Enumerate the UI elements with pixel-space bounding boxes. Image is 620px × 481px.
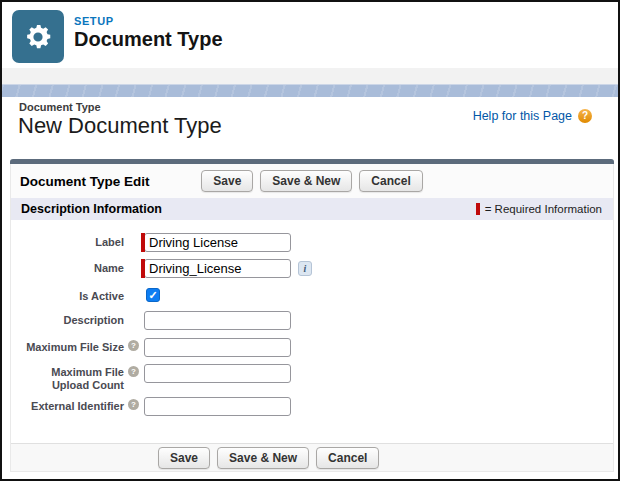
required-marker-icon — [141, 233, 145, 252]
description-field-control — [144, 311, 291, 330]
name-input[interactable] — [144, 259, 291, 278]
breadcrumb: Document Type — [19, 101, 101, 113]
field-row-description: Description — [11, 311, 613, 330]
block-header: Document Type Edit Save Save & New Cance… — [11, 164, 613, 198]
max-file-size-input[interactable] — [144, 338, 291, 357]
bottom-button-bar: Save Save & New Cancel — [11, 443, 613, 471]
cancel-button[interactable]: Cancel — [316, 447, 379, 469]
save-and-new-button[interactable]: Save & New — [260, 170, 352, 192]
field-help-icon[interactable]: ? — [128, 399, 139, 410]
header-divider-strip — [2, 68, 618, 84]
field-row-is-active: Is Active ✓ — [11, 287, 613, 302]
is-active-field-label: Is Active — [27, 287, 124, 302]
max-upload-count-field-control — [144, 364, 291, 383]
external-identifier-input[interactable] — [144, 397, 291, 416]
app-header: SETUP Document Type — [2, 2, 618, 68]
bottom-button-row: Save Save & New Cancel — [158, 447, 379, 469]
max-file-size-field-control — [144, 338, 291, 357]
name-field-label: Name — [27, 259, 124, 274]
top-button-row: Save Save & New Cancel — [201, 170, 422, 192]
max-file-size-field-label: Maximum File Size ? — [27, 338, 124, 353]
section-title: Description Information — [21, 202, 162, 216]
name-field-control: i — [144, 259, 312, 278]
external-identifier-field-control — [144, 397, 291, 416]
block-title: Document Type Edit — [20, 174, 150, 189]
label-input[interactable] — [144, 233, 291, 252]
help-link[interactable]: Help for this Page — [473, 109, 572, 123]
field-help-icon[interactable]: ? — [128, 340, 139, 351]
description-input[interactable] — [144, 311, 291, 330]
field-row-name: Name i — [11, 259, 613, 278]
app-title: Document Type — [74, 28, 223, 51]
decorative-banner — [2, 84, 618, 97]
max-upload-count-input[interactable] — [144, 364, 291, 383]
field-row-max-upload-count: Maximum File Upload Count ? — [11, 364, 613, 391]
field-row-external-identifier: External Identifier ? — [11, 397, 613, 416]
document-type-edit-block: Document Type Edit Save Save & New Cance… — [10, 160, 614, 472]
save-button[interactable]: Save — [158, 447, 210, 469]
save-button[interactable]: Save — [201, 170, 253, 192]
setup-tile — [12, 10, 64, 63]
info-icon[interactable]: i — [298, 261, 312, 276]
cancel-button[interactable]: Cancel — [359, 170, 422, 192]
window: SETUP Document Type Document Type New Do… — [0, 0, 620, 481]
required-legend-text: = Required Information — [485, 203, 602, 215]
setup-label: SETUP — [74, 15, 114, 27]
description-section-header: Description Information = Required Infor… — [11, 198, 613, 220]
is-active-field-control: ✓ — [144, 287, 160, 302]
save-and-new-button[interactable]: Save & New — [217, 447, 309, 469]
form-area: Label Name i Is Active ✓ — [11, 220, 613, 416]
gear-icon — [22, 21, 54, 53]
is-active-checkbox[interactable]: ✓ — [146, 288, 160, 302]
required-marker-icon — [476, 203, 480, 215]
required-legend: = Required Information — [476, 203, 602, 215]
field-row-label: Label — [11, 233, 613, 252]
page-title: New Document Type — [18, 113, 222, 139]
help-question-icon[interactable]: ? — [578, 109, 592, 123]
max-upload-count-field-label: Maximum File Upload Count ? — [27, 364, 124, 391]
description-field-label: Description — [27, 311, 124, 326]
required-marker-icon — [141, 259, 145, 278]
label-field-label: Label — [27, 233, 124, 248]
external-identifier-field-label: External Identifier ? — [27, 397, 124, 412]
label-field-control — [144, 233, 291, 252]
field-help-icon[interactable]: ? — [128, 366, 139, 377]
field-row-max-file-size: Maximum File Size ? — [11, 338, 613, 357]
help-for-page: Help for this Page ? — [473, 109, 592, 123]
